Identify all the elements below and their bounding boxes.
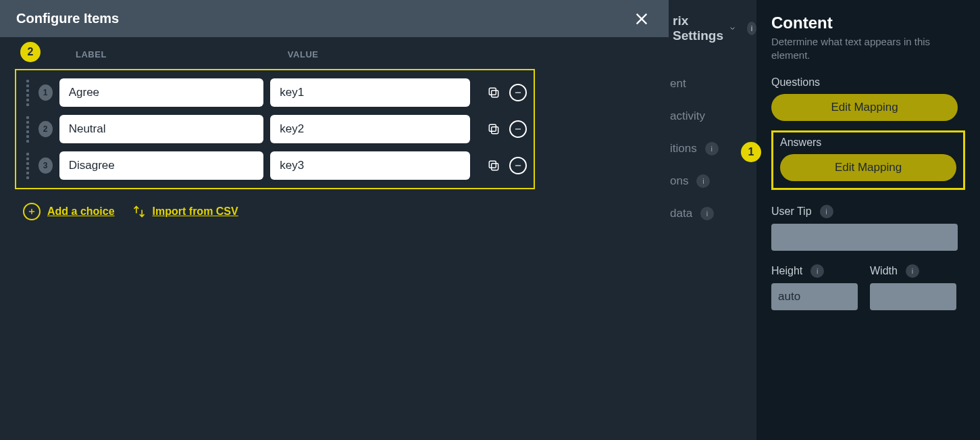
settings-label: rix Settings bbox=[673, 14, 723, 43]
drag-handle-icon[interactable] bbox=[20, 157, 32, 174]
plus-circle-icon bbox=[23, 203, 41, 220]
info-icon[interactable]: i bbox=[705, 142, 719, 155]
bg-nav-item[interactable]: onsi bbox=[670, 174, 756, 188]
drag-handle-icon[interactable] bbox=[20, 121, 32, 137]
value-input[interactable] bbox=[270, 78, 470, 107]
svg-rect-9 bbox=[489, 161, 496, 168]
item-row: 3 bbox=[18, 147, 530, 184]
width-label: Width i bbox=[870, 264, 956, 278]
svg-rect-3 bbox=[489, 88, 496, 95]
info-icon[interactable]: i bbox=[747, 22, 756, 35]
configure-items-modal: Configure Items 2 LABEL VALUE 1 bbox=[0, 0, 669, 440]
height-label: Height i bbox=[771, 264, 858, 278]
remove-row-button[interactable] bbox=[509, 120, 527, 138]
info-icon[interactable]: i bbox=[810, 264, 824, 278]
answers-highlight-box: 1 Answers Edit Mapping bbox=[771, 130, 965, 190]
bg-nav-item[interactable]: datai bbox=[670, 207, 756, 220]
label-input[interactable] bbox=[59, 115, 264, 143]
svg-rect-2 bbox=[492, 91, 498, 97]
row-number-badge: 3 bbox=[38, 157, 53, 174]
add-choice-label: Add a choice bbox=[47, 205, 115, 218]
user-tip-label: User Tip i bbox=[771, 205, 965, 218]
copy-icon bbox=[487, 86, 500, 99]
remove-row-button[interactable] bbox=[509, 84, 527, 101]
width-input[interactable] bbox=[870, 283, 956, 310]
swap-vertical-icon bbox=[132, 205, 146, 218]
edit-answers-mapping-button[interactable]: Edit Mapping bbox=[780, 154, 956, 181]
value-column-header: VALUE bbox=[288, 49, 319, 59]
questions-label: Questions bbox=[771, 76, 965, 89]
info-icon[interactable]: i bbox=[906, 264, 919, 278]
panel-subtitle: Determine what text appears in this elem… bbox=[771, 35, 947, 62]
close-button[interactable] bbox=[631, 8, 652, 30]
info-icon[interactable]: i bbox=[820, 205, 833, 218]
callout-badge-2: 2 bbox=[20, 42, 41, 62]
value-input[interactable] bbox=[270, 115, 470, 143]
label-column-header: LABEL bbox=[76, 49, 107, 59]
items-highlight-box: 1 2 bbox=[15, 69, 535, 189]
bg-nav-item[interactable]: ent bbox=[670, 77, 756, 91]
label-input[interactable] bbox=[59, 78, 264, 107]
chevron-down-icon bbox=[729, 23, 736, 34]
content-panel: Content Determine what text appears in t… bbox=[756, 0, 980, 440]
drag-handle-icon[interactable] bbox=[20, 84, 32, 101]
height-input[interactable] bbox=[771, 283, 858, 310]
row-number-badge: 2 bbox=[38, 121, 53, 137]
row-number-badge: 1 bbox=[38, 84, 53, 101]
modal-header: Configure Items bbox=[0, 0, 669, 37]
label-input[interactable] bbox=[59, 151, 264, 180]
svg-rect-5 bbox=[492, 127, 498, 134]
callout-badge-1: 1 bbox=[741, 142, 761, 162]
user-tip-input[interactable] bbox=[771, 224, 958, 251]
copy-icon bbox=[487, 159, 500, 172]
svg-rect-8 bbox=[492, 164, 498, 170]
copy-row-button[interactable] bbox=[485, 157, 502, 174]
minus-icon bbox=[513, 124, 523, 134]
minus-icon bbox=[513, 161, 523, 170]
info-icon[interactable]: i bbox=[700, 207, 714, 220]
copy-icon bbox=[487, 122, 500, 136]
item-row: 2 bbox=[18, 111, 530, 147]
copy-row-button[interactable] bbox=[485, 84, 502, 101]
answers-label: Answers bbox=[780, 137, 956, 149]
copy-row-button[interactable] bbox=[485, 120, 502, 138]
edit-questions-mapping-button[interactable]: Edit Mapping bbox=[771, 94, 958, 121]
item-row: 1 bbox=[18, 74, 530, 111]
settings-dropdown[interactable]: rix Settings i bbox=[669, 14, 756, 43]
remove-row-button[interactable] bbox=[509, 157, 527, 174]
value-input[interactable] bbox=[270, 151, 470, 180]
minus-icon bbox=[513, 88, 523, 97]
close-icon bbox=[634, 11, 649, 26]
modal-title: Configure Items bbox=[16, 11, 119, 26]
column-headers: 2 LABEL VALUE bbox=[16, 45, 652, 69]
add-choice-button[interactable]: Add a choice bbox=[23, 203, 115, 220]
svg-rect-6 bbox=[489, 124, 496, 131]
background-sidebar: rix Settings i ent activity itionsi onsi… bbox=[669, 0, 756, 440]
import-csv-label: Import from CSV bbox=[153, 205, 238, 218]
import-csv-button[interactable]: Import from CSV bbox=[132, 205, 238, 218]
info-icon[interactable]: i bbox=[696, 174, 710, 188]
panel-title: Content bbox=[771, 14, 965, 32]
bg-nav-item[interactable]: activity bbox=[670, 109, 756, 123]
